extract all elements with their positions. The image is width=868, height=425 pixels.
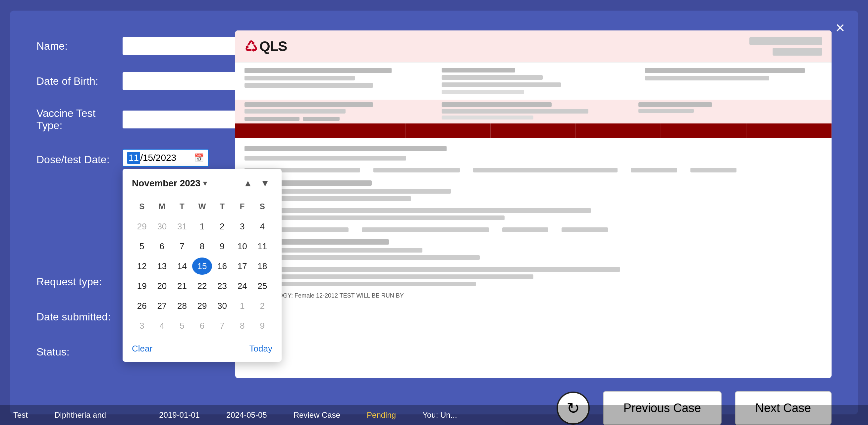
cal-day-18[interactable]: 18	[252, 258, 272, 275]
cal-day-7[interactable]: 7	[172, 238, 192, 255]
doc-body: METHODOLOGY: Female 12-2012 TEST WILL BE…	[235, 138, 832, 307]
doc-info-col1	[245, 68, 428, 94]
date-day-highlighted: 11	[127, 152, 140, 164]
day-header-w: W	[192, 198, 212, 215]
cal-day-1-next[interactable]: 1	[232, 297, 252, 315]
cal-day-16[interactable]: 16	[212, 258, 232, 275]
doc-info-col2	[442, 68, 625, 94]
info2-line-4	[442, 109, 589, 113]
cal-day-3-next[interactable]: 3	[132, 317, 152, 334]
cal-day-29[interactable]: 29	[192, 297, 212, 315]
doc-header: ♺ QLS	[235, 30, 832, 63]
cal-day-8-next[interactable]: 8	[232, 317, 252, 334]
cal-day-24[interactable]: 24	[232, 277, 252, 295]
cal-day-5[interactable]: 5	[132, 238, 152, 255]
body-sect5-2	[245, 274, 533, 279]
doc-info2-col3	[639, 102, 822, 121]
info2-mini-2	[303, 117, 340, 121]
doc-info2-col2	[442, 102, 625, 121]
cal-day-31-prev[interactable]: 31	[172, 218, 192, 235]
vaccine-label: Vaccine Test Type:	[36, 107, 123, 132]
name-input[interactable]	[123, 37, 249, 55]
cal-day-10[interactable]: 10	[232, 238, 252, 255]
bottom-col1: Test	[13, 411, 28, 420]
dose-date-display[interactable]: 11 /15/2023 📅	[123, 149, 209, 167]
body-section-4	[245, 239, 822, 260]
body-row-1	[245, 168, 822, 172]
cal-day-5-next[interactable]: 5	[172, 317, 192, 334]
doc-info2-col1	[245, 102, 428, 121]
body-item-4	[631, 168, 677, 172]
calendar-grid: S M T W T F S 29	[132, 198, 272, 334]
cal-day-23[interactable]: 23	[212, 277, 232, 295]
vaccine-input[interactable]	[123, 110, 249, 128]
cal-day-2[interactable]: 2	[212, 218, 232, 235]
cal-day-6[interactable]: 6	[152, 238, 172, 255]
cal-day-8[interactable]: 8	[192, 238, 212, 255]
logo-text: QLS	[259, 38, 287, 54]
cal-day-28[interactable]: 28	[172, 297, 192, 315]
cal-day-12[interactable]: 12	[132, 258, 152, 275]
cal-day-9[interactable]: 9	[212, 238, 232, 255]
cal-day-7-next[interactable]: 7	[212, 317, 232, 334]
date-input-wrapper: 11 /15/2023 📅 November 2023 ▾	[123, 149, 209, 167]
prev-month-button[interactable]: ▲	[241, 177, 255, 190]
table-header-cell-5	[661, 124, 746, 138]
header-gray-block-1	[749, 37, 822, 45]
cal-day-17[interactable]: 17	[232, 258, 252, 275]
modal-container: × Name: Date of Birth: Vaccine Test Type…	[10, 10, 858, 415]
cal-day-9-next[interactable]: 9	[252, 317, 272, 334]
cal-day-15-selected[interactable]: 15	[192, 258, 212, 275]
cal-day-6-next[interactable]: 6	[192, 317, 212, 334]
cal-day-13[interactable]: 13	[152, 258, 172, 275]
calendar-week-2: 5 6 7 8 9 10 11	[132, 238, 272, 255]
dob-input[interactable]	[123, 72, 249, 90]
body-line-2	[245, 156, 406, 161]
cal-day-26[interactable]: 26	[132, 297, 152, 315]
body-item-2	[373, 168, 460, 172]
modal-content: Name: Date of Birth: Vaccine Test Type: …	[36, 30, 832, 378]
document-panel: ♺ QLS	[235, 30, 832, 378]
body-item-3	[473, 168, 618, 172]
cal-day-29-prev[interactable]: 29	[132, 218, 152, 235]
body-detail-1	[245, 189, 822, 201]
table-header-cell-2	[405, 124, 491, 138]
cal-day-4[interactable]: 4	[252, 218, 272, 235]
table-header-cell-3	[491, 124, 576, 138]
cal-day-25[interactable]: 25	[252, 277, 272, 295]
body-long-line-2	[245, 216, 504, 220]
cal-day-20[interactable]: 20	[152, 277, 172, 295]
info-line-9	[645, 76, 769, 80]
bottom-col8: You: Un...	[423, 411, 457, 420]
cal-day-2-next[interactable]: 2	[252, 297, 272, 315]
cal-day-21[interactable]: 21	[172, 277, 192, 295]
info2-line-5	[442, 116, 533, 120]
cal-day-14[interactable]: 14	[172, 258, 192, 275]
cal-day-30[interactable]: 30	[212, 297, 232, 315]
close-button[interactable]: ×	[836, 20, 845, 36]
info2-line-7	[639, 109, 693, 113]
cal-day-27[interactable]: 27	[152, 297, 172, 315]
cal-day-22[interactable]: 22	[192, 277, 212, 295]
day-header-s2: S	[252, 198, 272, 215]
body-item-5	[690, 168, 737, 172]
cal-day-11[interactable]: 11	[252, 238, 272, 255]
cal-day-1[interactable]: 1	[192, 218, 212, 235]
date-submitted-label: Date submitted:	[36, 311, 123, 323]
form-panel: Name: Date of Birth: Vaccine Test Type: …	[36, 30, 209, 378]
today-button[interactable]: Today	[249, 344, 272, 354]
calendar-header: November 2023 ▾ ▲ ▼	[132, 177, 272, 190]
day-header-f: F	[232, 198, 252, 215]
request-type-label: Request type:	[36, 276, 123, 288]
clear-button[interactable]: Clear	[132, 344, 152, 354]
day-header-t1: T	[172, 198, 192, 215]
chevron-down-icon[interactable]: ▾	[203, 179, 207, 188]
cal-day-19[interactable]: 19	[132, 277, 152, 295]
header-gray-block-2	[773, 48, 822, 56]
calendar-week-4: 19 20 21 22 23 24 25	[132, 277, 272, 295]
cal-day-30-prev[interactable]: 30	[152, 218, 172, 235]
table-header-cell-1	[235, 124, 405, 138]
cal-day-4-next[interactable]: 4	[152, 317, 172, 334]
next-month-button[interactable]: ▼	[258, 177, 272, 190]
cal-day-3[interactable]: 3	[232, 218, 252, 235]
